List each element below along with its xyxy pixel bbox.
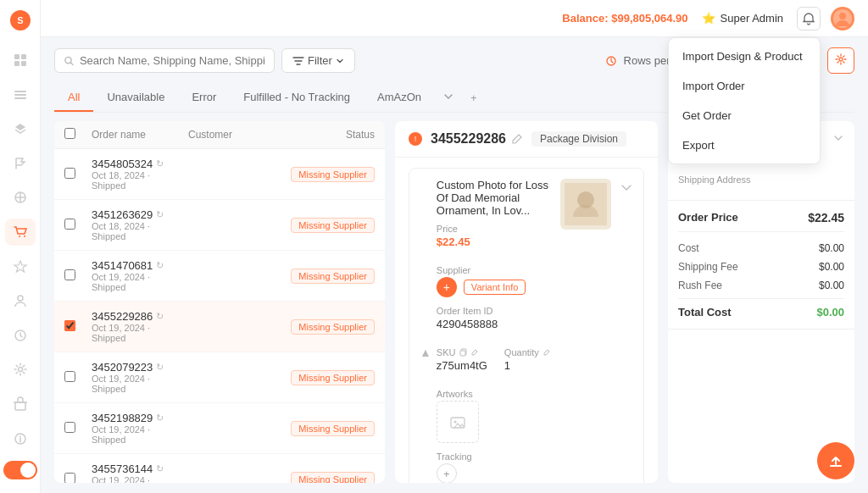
tab-dropdown[interactable] <box>435 85 462 111</box>
svg-point-18 <box>839 13 846 19</box>
add-tracking-button[interactable]: + <box>437 463 457 483</box>
star-icon: ⭐ <box>702 12 715 25</box>
svg-point-12 <box>18 296 23 301</box>
svg-rect-2 <box>14 54 19 59</box>
search-input[interactable] <box>80 54 265 67</box>
upload-button[interactable] <box>817 442 854 479</box>
order-info: 3451263629 ↻ Oct 18, 2024 · Shipped <box>92 208 185 241</box>
svg-rect-8 <box>14 97 26 99</box>
sidebar-item-star[interactable] <box>5 252 36 280</box>
order-price-section: Order Price $22.45 Cost $0.00 Shipping F… <box>668 201 854 330</box>
svg-text:S: S <box>17 15 23 25</box>
status-badge: Missing Supplier <box>291 421 375 436</box>
col-customer: Customer <box>188 129 278 141</box>
dropdown-item-export[interactable]: Export <box>669 130 820 160</box>
filter-label: Filter <box>308 54 332 67</box>
sidebar-item-user[interactable] <box>5 287 36 315</box>
edit-icon[interactable] <box>511 133 523 145</box>
sidebar-item-grid[interactable] <box>5 184 36 212</box>
search-icon <box>64 55 75 67</box>
expand-product-icon[interactable] <box>620 180 633 194</box>
svg-point-24 <box>453 421 456 424</box>
search-box[interactable] <box>54 48 275 73</box>
status-badge: Missing Supplier <box>291 472 375 483</box>
table-row[interactable]: 3451470681 ↻ Oct 19, 2024 · Shipped Miss… <box>54 251 385 302</box>
dropdown-item-import-order[interactable]: Import Order <box>669 71 820 101</box>
svg-rect-15 <box>15 402 25 410</box>
right-panel: Customer Personal Information Shipping A… <box>668 121 854 483</box>
topbar: Balance: $99,805,064.90 ⭐ Super Admin <box>41 0 868 37</box>
sku-field: SKU z75um4tG <box>437 347 487 372</box>
collapse-arrow[interactable]: ▲ <box>420 346 431 359</box>
order-info: 3451470681 ↻ Oct 19, 2024 · Shipped <box>92 259 185 292</box>
sidebar-toggle[interactable] <box>3 461 37 479</box>
svg-rect-4 <box>14 61 19 66</box>
sidebar-item-cart[interactable] <box>5 219 36 246</box>
row-checkbox[interactable] <box>64 371 75 382</box>
svg-point-10 <box>19 235 20 237</box>
detail-body: ▲ Custom Photo for Loss Of Dad Memorial … <box>395 158 658 483</box>
table-row[interactable]: 3452198829 ↻ Oct 19, 2024 · Shipped Miss… <box>54 403 385 454</box>
sidebar-item-flag[interactable] <box>5 149 36 177</box>
row-checkbox[interactable] <box>64 219 75 230</box>
detail-panel: ! 3455229286 Package Division ▲ <box>395 121 658 483</box>
table-row[interactable]: 3454805324 ↻ Oct 18, 2024 · Shipped Miss… <box>54 149 385 200</box>
refresh-icon: ↻ <box>156 362 164 373</box>
tab-unavailable[interactable]: Unavailable <box>93 84 178 112</box>
tab-fulfilled-no-tracking[interactable]: Fulfilled - No Tracking <box>230 84 364 112</box>
tab-add[interactable]: + <box>462 85 486 111</box>
topbar-icons <box>797 7 854 30</box>
svg-point-11 <box>24 235 25 237</box>
settings-button[interactable] <box>827 47 854 74</box>
edit-sku-icon[interactable] <box>470 348 479 357</box>
row-checkbox[interactable] <box>64 168 75 179</box>
select-all-checkbox[interactable] <box>64 128 75 139</box>
artworks-field: Artworks <box>437 389 479 443</box>
sidebar-item-home[interactable] <box>5 47 36 75</box>
artworks-upload[interactable] <box>437 401 479 443</box>
tab-error[interactable]: Error <box>178 84 230 112</box>
admin-label: Super Admin <box>721 12 783 25</box>
row-checkbox[interactable] <box>64 473 75 484</box>
edit-qty-icon[interactable] <box>542 348 551 357</box>
row-checkbox[interactable] <box>64 320 75 331</box>
tab-all[interactable]: All <box>54 84 93 112</box>
upload-icon <box>827 452 844 469</box>
table-row[interactable]: 3455736144 ↻ Oct 19, 2024 · Shipped Miss… <box>54 454 385 483</box>
sidebar: S <box>0 0 41 493</box>
svg-rect-22 <box>460 351 465 356</box>
refresh-icon: ↻ <box>156 463 164 474</box>
order-status-icon: ! <box>409 132 422 146</box>
table-row[interactable]: 3452079223 ↻ Oct 19, 2024 · Shipped Miss… <box>54 352 385 403</box>
table-row[interactable]: 3455229286 ↻ Oct 19, 2024 · Shipped Miss… <box>54 302 385 352</box>
sidebar-item-settings[interactable] <box>5 356 36 384</box>
svg-rect-5 <box>21 61 26 66</box>
dropdown-menu: Import Design & Product Import Order Get… <box>668 37 821 164</box>
dropdown-item-get-order[interactable]: Get Order <box>669 101 820 130</box>
status-badge: Missing Supplier <box>291 319 375 335</box>
dropdown-item-import-design[interactable]: Import Design & Product <box>669 42 820 71</box>
add-supplier-button[interactable]: + <box>437 277 457 297</box>
product-image <box>560 179 611 230</box>
tab-amazon[interactable]: AmAzOn <box>364 84 435 112</box>
shipping-fee-row: Shipping Fee $0.00 <box>678 258 844 276</box>
svg-rect-3 <box>21 54 26 59</box>
detail-order-id: 3455229286 <box>431 131 523 147</box>
cost-row: Cost $0.00 <box>678 239 844 258</box>
logo-icon: S <box>5 7 36 35</box>
sidebar-item-box[interactable] <box>5 391 36 418</box>
total-cost-row: Total Cost $0.00 <box>678 298 844 319</box>
row-checkbox[interactable] <box>64 422 75 433</box>
sidebar-item-layers[interactable] <box>5 115 36 143</box>
notification-button[interactable] <box>797 7 821 30</box>
sidebar-item-clock[interactable] <box>5 321 36 349</box>
sidebar-item-info[interactable] <box>5 424 36 452</box>
user-avatar[interactable] <box>831 7 854 30</box>
customer-expand-icon[interactable] <box>832 132 844 144</box>
variant-info-button[interactable]: Variant Info <box>464 280 526 295</box>
filter-button[interactable]: Filter <box>281 48 355 73</box>
row-checkbox[interactable] <box>64 269 75 280</box>
table-row[interactable]: 3451263629 ↻ Oct 18, 2024 · Shipped Miss… <box>54 200 385 251</box>
copy-icon[interactable] <box>459 348 467 357</box>
sidebar-item-list[interactable] <box>5 80 36 108</box>
